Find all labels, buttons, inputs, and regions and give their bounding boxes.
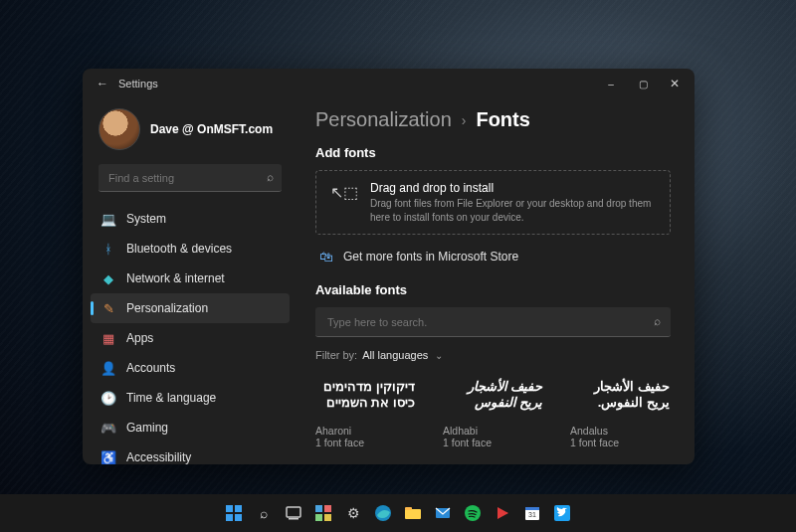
spotify-button[interactable] (462, 502, 484, 524)
person-icon: 👤 (100, 360, 116, 376)
apps-icon: ▦ (100, 330, 116, 346)
sidebar-item-gaming[interactable]: 🎮Gaming (91, 413, 290, 443)
close-button[interactable]: ✕ (659, 69, 691, 98)
breadcrumb-parent[interactable]: Personalization (315, 108, 452, 131)
settings-window: ← Settings – ▢ ✕ Dave @ OnMSFT.com ⌕ 💻Sy… (83, 69, 695, 464)
svg-rect-7 (324, 505, 331, 512)
search-input[interactable] (99, 164, 282, 192)
store-link[interactable]: 🛍 Get more fonts in Microsoft Store (315, 247, 671, 266)
font-name: Aldhabi (443, 425, 542, 437)
svg-rect-5 (289, 518, 298, 520)
svg-text:31: 31 (528, 511, 536, 518)
svg-marker-15 (498, 507, 508, 519)
media-button[interactable] (492, 502, 513, 524)
svg-rect-8 (315, 514, 322, 521)
sidebar-item-system[interactable]: 💻System (91, 204, 290, 234)
svg-rect-1 (235, 505, 242, 512)
svg-rect-17 (525, 507, 539, 510)
font-filter[interactable]: Filter by: All languages ⌄ (315, 349, 671, 361)
sidebar-item-network[interactable]: ◆Network & internet (91, 264, 290, 293)
sidebar-item-label: Accounts (126, 361, 175, 375)
sidebar-item-label: Time & language (126, 391, 216, 405)
wifi-icon: ◆ (100, 270, 116, 286)
sidebar-item-label: Accessibility (126, 450, 191, 464)
font-name: Andalus (570, 425, 670, 437)
chevron-down-icon: ⌄ (435, 350, 443, 361)
font-faces: 1 font face (570, 437, 670, 448)
font-faces: 1 font face (443, 437, 542, 448)
sidebar-item-label: System (126, 212, 166, 226)
sidebar-item-label: Apps (126, 331, 153, 345)
svg-rect-11 (405, 509, 421, 519)
sidebar-item-label: Network & internet (126, 271, 225, 285)
font-search-input[interactable] (315, 307, 671, 337)
main-content: Personalization › Fonts Add fonts ↖︎⬚ Dr… (298, 98, 695, 464)
sidebar-item-time-language[interactable]: 🕑Time & language (91, 383, 290, 413)
taskbar-search-button[interactable]: ⌕ (253, 502, 275, 524)
available-fonts-heading: Available fonts (315, 282, 671, 297)
font-grid: דיקוקין מדהימים כיסו את השמיים Aharoni 1… (315, 375, 671, 448)
gamepad-icon: 🎮 (100, 420, 116, 436)
accessibility-icon: ♿ (100, 449, 116, 464)
app-title: Settings (118, 78, 595, 89)
maximize-button[interactable]: ▢ (627, 69, 659, 98)
font-preview: حفيف الأشجار يريح النفوس (443, 375, 542, 415)
font-card-aldhabi[interactable]: حفيف الأشجار يريح النفوس Aldhabi 1 font … (443, 375, 542, 448)
profile[interactable]: Dave @ OnMSFT.com (91, 102, 290, 164)
sidebar-item-label: Bluetooth & devices (126, 242, 232, 256)
clock-icon: 🕑 (100, 390, 116, 406)
explorer-button[interactable] (402, 502, 424, 524)
minimize-button[interactable]: – (595, 69, 627, 98)
add-fonts-heading: Add fonts (315, 145, 671, 160)
edge-button[interactable] (372, 502, 394, 524)
svg-rect-4 (287, 507, 300, 517)
sidebar-search: ⌕ (99, 164, 282, 192)
sidebar-item-bluetooth[interactable]: ᚼBluetooth & devices (91, 234, 290, 264)
search-icon: ⌕ (267, 170, 274, 184)
svg-rect-9 (324, 514, 331, 521)
font-preview: حفيف الأشجار يريح النفوس. (570, 375, 670, 415)
svg-rect-6 (315, 505, 322, 512)
display-icon: 💻 (100, 211, 116, 227)
settings-taskbar-button[interactable]: ⚙ (342, 502, 364, 524)
filter-value: All languages (362, 349, 428, 361)
widgets-button[interactable] (312, 502, 334, 524)
font-card-aharoni[interactable]: דיקוקין מדהימים כיסו את השמיים Aharoni 1… (315, 375, 415, 448)
drop-title: Drag and drop to install (370, 181, 656, 195)
svg-point-14 (465, 505, 481, 521)
filter-label: Filter by: (315, 349, 357, 361)
store-icon: 🛍 (319, 249, 333, 265)
font-name: Aharoni (315, 425, 415, 437)
chevron-right-icon: › (462, 112, 467, 128)
font-card-andalus[interactable]: حفيف الأشجار يريح النفوس. Andalus 1 font… (570, 375, 670, 448)
breadcrumb: Personalization › Fonts (315, 108, 671, 131)
sidebar-item-personalization[interactable]: ✎Personalization (91, 293, 290, 323)
titlebar: ← Settings – ▢ ✕ (83, 69, 695, 98)
calendar-button[interactable]: 31 (521, 502, 543, 524)
avatar (99, 108, 140, 150)
svg-rect-0 (226, 505, 233, 512)
store-link-label: Get more fonts in Microsoft Store (343, 250, 518, 264)
taskbar: ⌕ ⚙ 31 (0, 494, 796, 532)
bluetooth-icon: ᚼ (100, 241, 116, 257)
font-preview: דיקוקין מדהימים כיסו את השמיים (315, 375, 415, 415)
font-search: ⌕ (315, 307, 671, 337)
nav-list: 💻System ᚼBluetooth & devices ◆Network & … (91, 204, 290, 464)
sidebar-item-apps[interactable]: ▦Apps (91, 323, 290, 353)
sidebar-item-accessibility[interactable]: ♿Accessibility (91, 443, 290, 464)
svg-rect-12 (405, 507, 412, 510)
start-button[interactable] (223, 502, 245, 524)
sidebar-item-accounts[interactable]: 👤Accounts (91, 353, 290, 383)
taskview-button[interactable] (283, 502, 304, 524)
brush-icon: ✎ (100, 300, 116, 316)
font-drop-zone[interactable]: ↖︎⬚ Drag and drop to install Drag font f… (315, 170, 671, 235)
drop-subtitle: Drag font files from File Explorer or yo… (370, 197, 656, 224)
font-faces: 1 font face (315, 437, 415, 448)
sidebar-item-label: Personalization (126, 301, 208, 315)
svg-rect-3 (235, 514, 242, 521)
svg-rect-2 (226, 514, 233, 521)
twitter-button[interactable] (551, 502, 573, 524)
back-button[interactable]: ← (93, 77, 112, 90)
user-display-name: Dave @ OnMSFT.com (150, 122, 273, 136)
mail-button[interactable] (432, 502, 454, 524)
